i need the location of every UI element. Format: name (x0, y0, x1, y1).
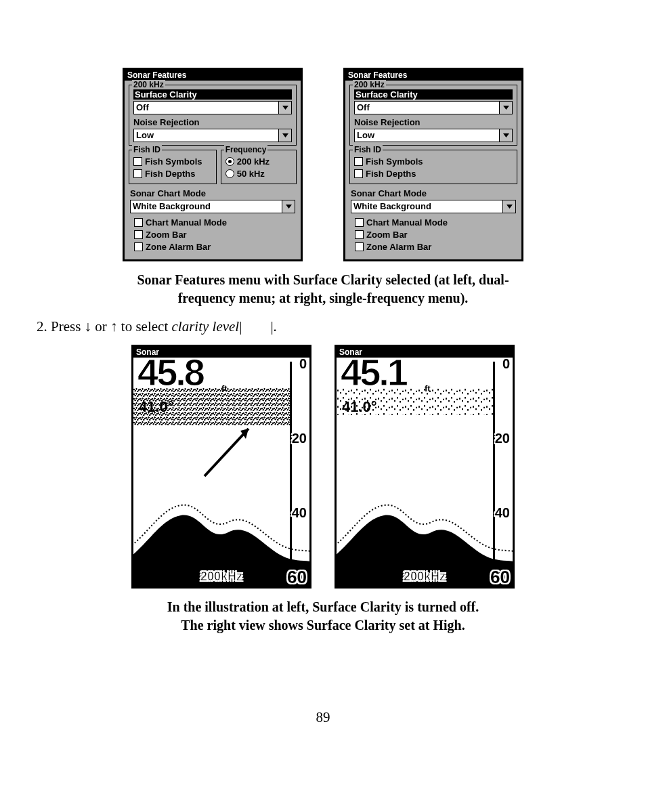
sonar-screen-clarity-high: Sonar 45.1 ft 41.0° 0 20 40 60 200kHz (335, 345, 515, 589)
zoom-bar-checkbox[interactable]: Zoom Bar (355, 230, 515, 240)
sonar-features-panel-dual: Sonar Features 200 kHz Surface Clarity O… (123, 68, 303, 261)
sonar-caption: In the illustration at left, Surface Cla… (61, 598, 585, 635)
chevron-down-icon[interactable] (499, 129, 512, 142)
temperature-reading: 41.0° (342, 398, 377, 416)
freq-50-radio[interactable]: 50 kHz (225, 169, 292, 179)
depth-scale-bar (493, 362, 495, 582)
chevron-down-icon[interactable] (282, 200, 295, 213)
svg-marker-1 (282, 133, 288, 137)
frequency-label: 200kHz (200, 570, 242, 584)
radio-icon (225, 169, 234, 178)
fish-id-group: Fish ID Fish Symbols Fish Depths (129, 150, 217, 184)
fish-id-legend: Fish ID (132, 145, 162, 154)
checkbox-icon (354, 157, 363, 166)
checkbox-icon (355, 230, 364, 239)
svg-marker-2 (286, 205, 292, 209)
fish-depths-checkbox[interactable]: Fish Depths (133, 169, 212, 179)
noise-rejection-label: Noise Rejection (354, 117, 513, 127)
scale-tick: 20 (292, 431, 307, 446)
frequency-label: 200kHz (404, 570, 446, 584)
group-legend: 200 kHz (132, 80, 165, 89)
checkbox-icon (134, 218, 143, 227)
noise-rejection-label: Noise Rejection (133, 117, 292, 127)
chevron-down-icon[interactable] (278, 129, 291, 142)
panel-title: Sonar Features (345, 70, 521, 81)
menu-caption: Sonar Features menu with Surface Clarity… (61, 271, 585, 307)
zoom-bar-checkbox[interactable]: Zoom Bar (134, 230, 294, 240)
checkbox-icon (133, 169, 142, 178)
fish-id-group: Fish ID Fish Symbols Fish Depths (349, 150, 517, 184)
surface-clarity-dropdown[interactable]: Off (354, 101, 513, 114)
depth-reading: 45.8 (137, 358, 203, 391)
chart-mode-label: Sonar Chart Mode (130, 188, 295, 198)
svg-line-6 (204, 429, 249, 476)
chart-mode-label: Sonar Chart Mode (351, 188, 516, 198)
down-arrow-icon: ↓ (85, 318, 92, 334)
svg-marker-3 (503, 106, 509, 110)
chart-mode-dropdown[interactable]: White Background (351, 200, 516, 213)
step-instruction: 2. Press ↓ or ↑ to select clarity level|… (37, 318, 612, 335)
scale-tick: 20 (495, 431, 510, 446)
group-200khz: 200 kHz Surface Clarity Off Noise Reject… (129, 85, 297, 146)
chevron-down-icon[interactable] (499, 102, 512, 114)
checkbox-icon (355, 218, 364, 227)
depth-unit: ft (425, 383, 431, 393)
group-200khz: 200 kHz Surface Clarity Off Noise Reject… (349, 85, 517, 146)
depth-reading: 45.1 (341, 358, 406, 391)
checkbox-icon (355, 242, 364, 251)
svg-marker-5 (507, 205, 513, 209)
surface-clarity-dropdown[interactable]: Off (133, 101, 292, 114)
sonar-title: Sonar (133, 347, 309, 358)
radio-icon (225, 157, 234, 166)
temperature-reading: 41.0° (139, 398, 174, 416)
zone-alarm-bar-checkbox[interactable]: Zone Alarm Bar (355, 242, 515, 252)
scale-tick: 40 (495, 505, 510, 521)
group-legend: 200 kHz (353, 80, 386, 89)
chart-mode-dropdown[interactable]: White Background (130, 200, 295, 213)
checkbox-icon (134, 230, 143, 239)
depth-scale-bar (290, 362, 292, 582)
panel-title: Sonar Features (125, 70, 301, 81)
surface-clarity-label[interactable]: Surface Clarity (133, 89, 292, 100)
scale-tick: 60 (287, 567, 307, 586)
menu-comparison-row: Sonar Features 200 kHz Surface Clarity O… (34, 68, 612, 261)
surface-clarity-label[interactable]: Surface Clarity (354, 89, 513, 100)
zone-alarm-bar-checkbox[interactable]: Zone Alarm Bar (134, 242, 294, 252)
fish-symbols-checkbox[interactable]: Fish Symbols (354, 156, 513, 167)
sonar-screen-clarity-off: Sonar 45.8 ft 41.0° 0 20 40 60 200kHz (131, 345, 311, 589)
chevron-down-icon[interactable] (278, 102, 291, 114)
scale-tick: 0 (299, 358, 307, 372)
fish-symbols-checkbox[interactable]: Fish Symbols (133, 156, 212, 167)
chevron-down-icon[interactable] (502, 200, 515, 213)
scale-tick: 60 (490, 567, 510, 586)
page-number: 89 (34, 709, 612, 726)
svg-marker-0 (282, 106, 288, 110)
sonar-title: Sonar (337, 347, 513, 358)
scale-tick: 40 (292, 505, 307, 521)
checkbox-icon (133, 157, 142, 166)
scale-tick: 0 (502, 358, 510, 372)
sonar-comparison-row: Sonar 45.8 ft 41.0° 0 20 40 60 200kHz So… (34, 345, 612, 589)
depth-unit: ft (221, 383, 228, 393)
svg-marker-4 (503, 133, 509, 137)
fish-id-legend: Fish ID (353, 145, 383, 154)
frequency-legend: Frequency (224, 145, 268, 154)
fish-depths-checkbox[interactable]: Fish Depths (354, 169, 513, 179)
chart-manual-mode-checkbox[interactable]: Chart Manual Mode (355, 217, 515, 228)
checkbox-icon (354, 169, 363, 178)
checkbox-icon (134, 242, 143, 251)
annotation-arrow-icon (201, 419, 262, 479)
sonar-features-panel-single: Sonar Features 200 kHz Surface Clarity O… (343, 68, 523, 261)
noise-rejection-dropdown[interactable]: Low (133, 129, 292, 142)
noise-rejection-dropdown[interactable]: Low (354, 129, 513, 142)
chart-manual-mode-checkbox[interactable]: Chart Manual Mode (134, 217, 294, 228)
up-arrow-icon: ↑ (110, 318, 118, 334)
frequency-group: Frequency 200 kHz 50 kHz (221, 150, 297, 184)
freq-200-radio[interactable]: 200 kHz (225, 156, 292, 167)
